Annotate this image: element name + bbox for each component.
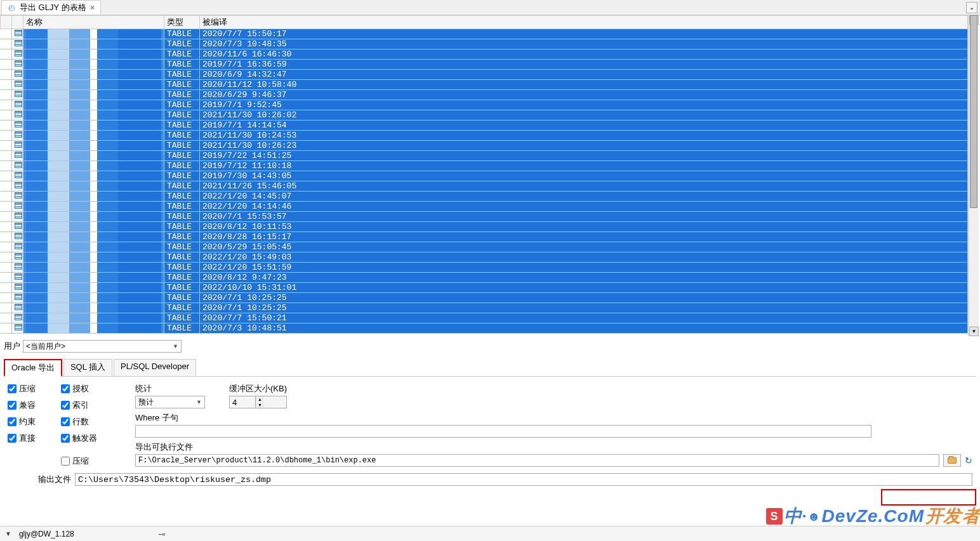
header-type[interactable]: 类型 <box>164 16 200 29</box>
check-compat-input[interactable] <box>8 401 17 410</box>
table-row[interactable]: TABLE2022/1/20 14:45:07 <box>1 192 968 202</box>
table-row[interactable]: TABLE2020/7/1 15:53:57 <box>1 212 968 222</box>
check-grant[interactable]: 授权 <box>61 383 97 394</box>
row-selector[interactable] <box>1 192 12 202</box>
table-row[interactable]: TABLE2021/11/30 10:24:53 <box>1 131 968 141</box>
exec-input[interactable] <box>135 454 939 467</box>
row-selector[interactable] <box>1 263 12 273</box>
check-direct-input[interactable] <box>8 434 17 443</box>
row-selector[interactable] <box>1 39 12 49</box>
check-compress2[interactable]: 压缩 <box>61 455 97 467</box>
row-selector[interactable] <box>1 110 12 121</box>
table-row[interactable]: TABLE2020/7/3 10:48:51 <box>1 323 968 334</box>
tables-grid[interactable]: 名称 类型 被编译 TABLE2020/7/7 15:50:17TABLE202… <box>0 15 968 334</box>
row-selector[interactable] <box>1 90 12 100</box>
header-name[interactable]: 名称 <box>23 16 164 29</box>
buffer-input[interactable] <box>230 396 255 408</box>
row-selector[interactable] <box>1 273 12 283</box>
row-selector[interactable] <box>1 70 12 80</box>
check-constraint-input[interactable] <box>8 417 17 426</box>
check-trigger[interactable]: 触发器 <box>61 433 97 444</box>
check-rows[interactable]: 行数 <box>61 416 97 427</box>
row-selector[interactable] <box>1 323 12 334</box>
check-direct[interactable]: 直接 <box>8 433 36 444</box>
table-row[interactable]: TABLE2020/11/12 10:58:40 <box>1 80 968 90</box>
row-selector[interactable] <box>1 242 12 252</box>
row-selector[interactable] <box>1 181 12 192</box>
table-row[interactable]: TABLE2019/7/22 14:51:25 <box>1 151 968 161</box>
row-selector[interactable] <box>1 252 12 263</box>
table-row[interactable]: TABLE2021/11/30 10:26:23 <box>1 141 968 151</box>
row-selector[interactable] <box>1 80 12 90</box>
table-row[interactable]: TABLE2020/5/29 15:05:45 <box>1 242 968 252</box>
spin-up-icon[interactable]: ▲ <box>256 396 264 402</box>
table-row[interactable]: TABLE2019/7/12 11:10:18 <box>1 161 968 171</box>
scroll-down-button[interactable]: ▼ <box>969 327 979 336</box>
scroll-thumb[interactable] <box>970 15 977 208</box>
row-selector[interactable] <box>1 303 12 313</box>
table-row[interactable]: TABLE2020/7/3 10:48:35 <box>1 39 968 49</box>
tab-oracle-export[interactable]: Oracle 导出 <box>4 359 62 377</box>
check-compress-input[interactable] <box>8 384 17 393</box>
row-selector[interactable] <box>1 141 12 151</box>
check-compat[interactable]: 兼容 <box>8 400 36 411</box>
row-selector[interactable] <box>1 171 12 181</box>
header-compiled[interactable]: 被编译 <box>200 16 968 29</box>
check-compress[interactable]: 压缩 <box>8 383 36 394</box>
table-row[interactable]: TABLE2020/11/6 16:46:30 <box>1 49 968 60</box>
table-row[interactable]: TABLE2019/7/1 14:14:54 <box>1 121 968 131</box>
table-row[interactable]: TABLE2022/10/10 15:31:01 <box>1 283 968 293</box>
tab-plsql-developer[interactable]: PL/SQL Developer <box>114 359 196 376</box>
check-index-input[interactable] <box>61 401 70 410</box>
tab-dropdown-button[interactable]: ⌄ <box>966 2 977 13</box>
check-trigger-input[interactable] <box>61 434 70 443</box>
table-row[interactable]: TABLE2019/7/1 9:52:45 <box>1 100 968 110</box>
refresh-icon[interactable]: ↻ <box>965 455 972 466</box>
vertical-scrollbar[interactable]: ▲ ▼ <box>968 15 979 336</box>
table-row[interactable]: TABLE2020/8/28 16:15:17 <box>1 232 968 242</box>
where-input[interactable] <box>135 425 871 438</box>
table-row[interactable]: TABLE2021/11/30 10:26:02 <box>1 110 968 121</box>
check-index[interactable]: 索引 <box>61 400 97 411</box>
table-row[interactable]: TABLE2020/8/12 9:47:23 <box>1 273 968 283</box>
row-selector[interactable] <box>1 222 12 232</box>
table-row[interactable]: TABLE2020/6/29 9:46:37 <box>1 90 968 100</box>
table-row[interactable]: TABLE2019/7/1 16:36:59 <box>1 60 968 70</box>
table-row[interactable]: TABLE2022/1/20 15:49:03 <box>1 252 968 263</box>
stats-combo[interactable]: 预计 ▼ <box>135 396 205 408</box>
row-selector[interactable] <box>1 232 12 242</box>
row-selector[interactable] <box>1 131 12 141</box>
check-constraint[interactable]: 约束 <box>8 416 36 427</box>
output-input[interactable] <box>75 473 972 486</box>
row-selector[interactable] <box>1 121 12 131</box>
spin-down-icon[interactable]: ▼ <box>256 402 264 408</box>
table-row[interactable]: TABLE2020/7/1 10:25:25 <box>1 293 968 303</box>
table-row[interactable]: TABLE2021/11/26 15:46:05 <box>1 181 968 192</box>
row-selector[interactable] <box>1 212 12 222</box>
table-row[interactable]: TABLE2022/1/20 15:51:59 <box>1 263 968 273</box>
buffer-spinner[interactable]: ▲▼ <box>229 396 287 408</box>
check-grant-input[interactable] <box>61 384 70 393</box>
check-rows-input[interactable] <box>61 417 70 426</box>
row-selector[interactable] <box>1 202 12 212</box>
row-selector[interactable] <box>1 293 12 303</box>
row-selector[interactable] <box>1 161 12 171</box>
browse-exec-button[interactable] <box>943 454 961 467</box>
table-row[interactable]: TABLE2020/7/1 10:25:25 <box>1 303 968 313</box>
tab-sql-insert[interactable]: SQL 插入 <box>63 359 112 376</box>
row-selector[interactable] <box>1 49 12 60</box>
row-selector[interactable] <box>1 29 12 39</box>
row-selector[interactable] <box>1 313 12 323</box>
table-row[interactable]: TABLE2020/6/9 14:32:47 <box>1 70 968 80</box>
check-compress2-input[interactable] <box>61 457 70 466</box>
row-selector[interactable] <box>1 100 12 110</box>
close-icon[interactable]: × <box>90 3 95 13</box>
table-row[interactable]: TABLE2020/8/12 10:11:53 <box>1 222 968 232</box>
document-tab[interactable]: ◴ 导出 GLJY 的表格 × <box>1 0 101 15</box>
pin-icon[interactable]: ⊸ <box>158 529 166 539</box>
row-selector[interactable] <box>1 60 12 70</box>
table-row[interactable]: TABLE2019/7/30 14:43:05 <box>1 171 968 181</box>
row-selector[interactable] <box>1 151 12 161</box>
table-row[interactable]: TABLE2020/7/7 15:50:21 <box>1 313 968 323</box>
table-row[interactable]: TABLE2020/7/7 15:50:17 <box>1 29 968 39</box>
